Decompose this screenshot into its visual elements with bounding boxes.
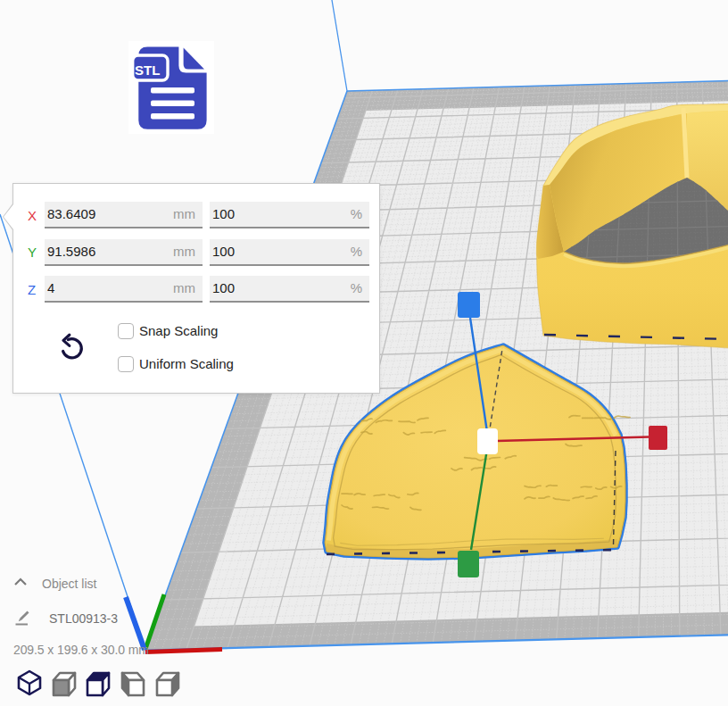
- svg-text:STL: STL: [135, 62, 160, 78]
